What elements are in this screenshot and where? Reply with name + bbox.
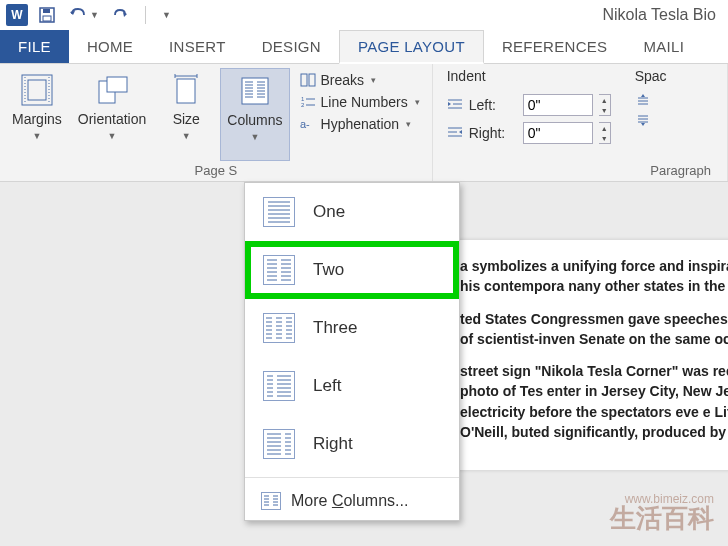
- columns-option-two[interactable]: Two: [245, 241, 459, 299]
- more-columns-icon: [261, 492, 281, 510]
- columns-option-label: Two: [313, 260, 344, 280]
- breaks-label: Breaks: [321, 72, 365, 88]
- ribbon-group-page-setup: Margins ▼ Orientation ▼ Size ▼: [0, 64, 433, 181]
- spacing-title: Spac: [635, 68, 667, 84]
- breaks-icon: [300, 72, 316, 88]
- tab-mailings[interactable]: MAILI: [625, 30, 702, 63]
- spinner-down-icon[interactable]: ▼: [599, 105, 610, 115]
- svg-rect-27: [309, 74, 315, 86]
- indent-left-row: Left: ▲▼: [447, 94, 611, 116]
- spinner-down-icon[interactable]: ▼: [599, 133, 610, 143]
- save-icon[interactable]: [38, 6, 56, 24]
- tab-insert[interactable]: INSERT: [151, 30, 244, 63]
- columns-option-one[interactable]: One: [245, 183, 459, 241]
- indent-left-icon: [447, 98, 463, 112]
- margins-label: Margins: [12, 112, 62, 127]
- indent-title: Indent: [447, 68, 611, 84]
- columns-option-label: Right: [313, 434, 353, 454]
- columns-dropdown-menu: One Two Three Left Right More Columns...: [244, 182, 460, 521]
- orientation-label: Orientation: [78, 112, 146, 127]
- more-columns-item[interactable]: More Columns...: [245, 482, 459, 520]
- tab-references[interactable]: REFERENCES: [484, 30, 626, 63]
- document-paragraph: ted States Congressmen gave speeches in …: [460, 309, 728, 350]
- margins-icon: [19, 72, 55, 108]
- document-page[interactable]: a symbolizes a unifying force and inspir…: [440, 240, 728, 470]
- qat-customize-icon[interactable]: ▼: [162, 10, 171, 20]
- paragraph-group-label: Paragraph: [439, 161, 721, 181]
- spacing-after-icon: [635, 114, 651, 128]
- ribbon: Margins ▼ Orientation ▼ Size ▼: [0, 64, 728, 182]
- size-button[interactable]: Size ▼: [156, 68, 216, 161]
- hyphenation-button[interactable]: a- Hyphenation ▾: [294, 114, 426, 134]
- chevron-down-icon: ▼: [32, 131, 41, 141]
- svg-rect-26: [301, 74, 307, 86]
- more-columns-label: More Columns...: [291, 492, 408, 510]
- hyphenation-label: Hyphenation: [321, 116, 400, 132]
- svg-rect-9: [177, 79, 195, 103]
- columns-label: Columns: [227, 113, 282, 128]
- columns-button[interactable]: Columns ▼: [220, 68, 289, 161]
- margins-button[interactable]: Margins ▼: [6, 68, 68, 161]
- indent-left-input[interactable]: [523, 94, 593, 116]
- columns-option-left[interactable]: Left: [245, 357, 459, 415]
- indent-right-row: Right: ▲▼: [447, 122, 611, 144]
- orientation-icon: [94, 72, 130, 108]
- columns-three-icon: [263, 313, 295, 343]
- chevron-down-icon: ▼: [108, 131, 117, 141]
- svg-rect-1: [43, 9, 50, 13]
- svg-text:2: 2: [301, 102, 305, 108]
- chevron-down-icon: ▾: [406, 119, 411, 129]
- breaks-button[interactable]: Breaks ▾: [294, 70, 426, 90]
- svg-rect-2: [43, 16, 51, 21]
- line-numbers-icon: 12: [300, 94, 316, 110]
- title-bar: W ▼ ▼ Nikola Tesla Bio: [0, 0, 728, 30]
- orientation-button[interactable]: Orientation ▼: [72, 68, 152, 161]
- ribbon-tabs: FILE HOME INSERT DESIGN PAGE LAYOUT REFE…: [0, 30, 728, 64]
- chevron-down-icon: ▼: [250, 132, 259, 142]
- spinner-up-icon[interactable]: ▲: [599, 95, 610, 105]
- hyphenation-icon: a-: [300, 116, 316, 132]
- svg-rect-8: [107, 77, 127, 92]
- columns-left-icon: [263, 371, 295, 401]
- columns-one-icon: [263, 197, 295, 227]
- chevron-down-icon: ▾: [371, 75, 376, 85]
- tab-design[interactable]: DESIGN: [244, 30, 339, 63]
- indent-right-label: Right:: [469, 125, 517, 141]
- page-setup-group-label: Page S: [6, 161, 426, 181]
- columns-option-label: Left: [313, 376, 341, 396]
- svg-text:a-: a-: [300, 118, 310, 130]
- spacing-before-icon: [635, 94, 651, 108]
- word-app-icon: W: [6, 4, 28, 26]
- spinner-up-icon[interactable]: ▲: [599, 123, 610, 133]
- redo-icon[interactable]: [111, 6, 129, 24]
- indent-left-label: Left:: [469, 97, 517, 113]
- undo-dropdown-icon[interactable]: ▼: [90, 10, 99, 20]
- size-icon: [168, 72, 204, 108]
- chevron-down-icon: ▾: [415, 97, 420, 107]
- columns-icon: [237, 73, 273, 109]
- document-title: Nikola Tesla Bio: [602, 6, 722, 24]
- size-label: Size: [173, 112, 200, 127]
- indent-left-spinner[interactable]: ▲▼: [599, 94, 611, 116]
- undo-icon[interactable]: [68, 6, 86, 24]
- columns-option-label: One: [313, 202, 345, 222]
- spacing-after-row: [635, 114, 667, 128]
- svg-rect-4: [28, 80, 46, 100]
- document-paragraph: a symbolizes a unifying force and inspir…: [460, 256, 728, 297]
- tab-file[interactable]: FILE: [0, 30, 69, 63]
- indent-right-spinner[interactable]: ▲▼: [599, 122, 611, 144]
- columns-two-icon: [263, 255, 295, 285]
- line-numbers-button[interactable]: 12 Line Numbers ▾: [294, 92, 426, 112]
- columns-option-three[interactable]: Three: [245, 299, 459, 357]
- spacing-before-row: [635, 94, 667, 108]
- columns-right-icon: [263, 429, 295, 459]
- tab-home[interactable]: HOME: [69, 30, 151, 63]
- indent-right-icon: [447, 126, 463, 140]
- indent-right-input[interactable]: [523, 122, 593, 144]
- columns-option-right[interactable]: Right: [245, 415, 459, 473]
- columns-option-label: Three: [313, 318, 357, 338]
- chevron-down-icon: ▼: [182, 131, 191, 141]
- tab-page-layout[interactable]: PAGE LAYOUT: [339, 30, 484, 64]
- document-paragraph: street sign "Nikola Tesla Corner" was re…: [460, 361, 728, 442]
- quick-access-toolbar: ▼ ▼: [38, 6, 171, 24]
